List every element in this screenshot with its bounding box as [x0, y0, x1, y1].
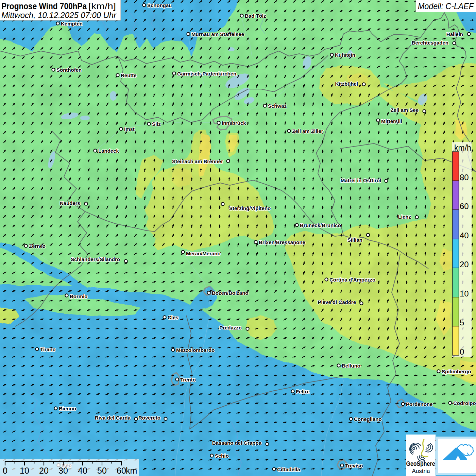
svg-text:Mezzolombardo: Mezzolombardo — [176, 347, 215, 353]
svg-text:Garmisch-Partenkirchen: Garmisch-Partenkirchen — [177, 71, 236, 76]
svg-text:20: 20 — [460, 260, 469, 269]
svg-text:Kitzbühel: Kitzbühel — [335, 81, 358, 87]
svg-text:Reutte: Reutte — [121, 72, 137, 78]
svg-text:Trento: Trento — [180, 377, 196, 382]
svg-text:Kempten: Kempten — [61, 21, 83, 27]
svg-text:Austria: Austria — [412, 468, 430, 474]
svg-text:Pordenone: Pordenone — [406, 401, 432, 407]
svg-text:Modell: C-LAEF: Modell: C-LAEF — [418, 1, 474, 11]
svg-text:[km/h]: [km/h] — [88, 1, 116, 11]
svg-text:Bruneck/Brunico: Bruneck/Brunico — [300, 222, 341, 228]
svg-text:Pieve di Cadore: Pieve di Cadore — [318, 299, 356, 305]
svg-text:Zell am Ziller: Zell am Ziller — [292, 128, 323, 134]
svg-text:Mittersill: Mittersill — [381, 118, 402, 124]
svg-text:Rovereto: Rovereto — [138, 415, 160, 421]
svg-text:Murnau am Staffelsee: Murnau am Staffelsee — [191, 31, 244, 37]
svg-text:Sterzing/Vipiteno: Sterzing/Vipiteno — [229, 205, 271, 211]
svg-text:Schio: Schio — [215, 453, 229, 459]
svg-text:Treviso: Treviso — [345, 463, 363, 469]
svg-text:Landeck: Landeck — [98, 148, 119, 154]
svg-text:50: 50 — [97, 466, 107, 475]
svg-text:60: 60 — [460, 202, 469, 211]
svg-text:Cles: Cles — [168, 314, 178, 320]
svg-text:Berchtesgaden: Berchtesgaden — [412, 40, 448, 46]
svg-text:40: 40 — [460, 231, 469, 240]
svg-text:Schlanders/Silandro: Schlanders/Silandro — [71, 256, 120, 262]
svg-text:Lienz: Lienz — [398, 214, 411, 220]
svg-text:20: 20 — [39, 466, 49, 475]
svg-text:Nauders: Nauders — [60, 200, 80, 206]
svg-text:km/h: km/h — [454, 143, 471, 152]
svg-text:Prognose Wind 700hPa: Prognose Wind 700hPa — [1, 1, 87, 11]
svg-text:Conegliano: Conegliano — [354, 416, 382, 422]
svg-text:0: 0 — [3, 466, 7, 475]
svg-text:Bassano del Grappa: Bassano del Grappa — [212, 440, 262, 446]
svg-text:Schongau: Schongau — [147, 2, 172, 8]
svg-text:Sonthofen: Sonthofen — [56, 67, 82, 73]
svg-text:Kufstein: Kufstein — [335, 52, 355, 58]
svg-text:Bormio: Bormio — [70, 293, 88, 299]
svg-text:Zell am See: Zell am See — [390, 107, 419, 113]
svg-text:km: km — [126, 466, 137, 475]
svg-text:10: 10 — [460, 289, 469, 298]
svg-text:Feltre: Feltre — [296, 389, 310, 394]
svg-text:0: 0 — [460, 347, 464, 356]
svg-text:Mittwoch, 10.12.2025 07:00 Uhr: Mittwoch, 10.12.2025 07:00 Uhr — [1, 11, 117, 20]
svg-text:Riva del Garda: Riva del Garda — [95, 415, 131, 421]
svg-text:Bienno: Bienno — [59, 406, 76, 411]
svg-text:60: 60 — [117, 466, 126, 475]
svg-text:Silz: Silz — [152, 121, 161, 127]
svg-text:Steinach am Brenner: Steinach am Brenner — [172, 158, 223, 164]
svg-text:GeoSphere: GeoSphere — [406, 460, 435, 467]
svg-text:Belluno: Belluno — [342, 363, 360, 369]
svg-text:Matrei in Osttirol: Matrei in Osttirol — [341, 177, 381, 183]
svg-text:Innsbruck: Innsbruck — [222, 120, 246, 126]
svg-text:Meran/Merano: Meran/Merano — [186, 251, 221, 256]
svg-text:40: 40 — [78, 466, 87, 475]
svg-text:Codroipo: Codroipo — [453, 400, 476, 406]
svg-text:30: 30 — [58, 466, 68, 475]
svg-text:Predazzo: Predazzo — [219, 325, 242, 330]
svg-text:Spilimbergo: Spilimbergo — [442, 369, 471, 374]
svg-text:Zernez: Zernez — [29, 243, 45, 249]
svg-text:Hallein: Hallein — [446, 31, 463, 37]
svg-text:10: 10 — [20, 466, 29, 475]
svg-text:80: 80 — [460, 173, 469, 182]
svg-text:Schwaz: Schwaz — [268, 103, 287, 109]
svg-text:Sillian: Sillian — [347, 237, 362, 243]
svg-text:Imst: Imst — [124, 126, 135, 132]
svg-text:Tirano: Tirano — [40, 346, 56, 352]
svg-text:5: 5 — [460, 318, 464, 327]
svg-text:Cortina d'Ampezzo: Cortina d'Ampezzo — [329, 277, 375, 283]
svg-text:Bozen/Bolzano: Bozen/Bolzano — [212, 290, 249, 296]
svg-text:Brixen/Bressanone: Brixen/Bressanone — [259, 239, 305, 245]
svg-text:Bad Tölz: Bad Tölz — [245, 13, 266, 19]
svg-text:Cittadella: Cittadella — [277, 466, 300, 472]
